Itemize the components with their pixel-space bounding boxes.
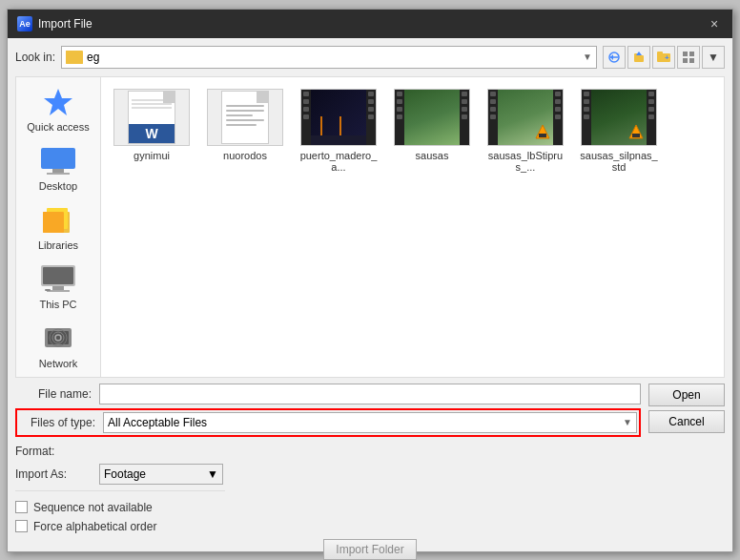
files-of-type-label: Files of type:	[19, 416, 95, 429]
list-item[interactable]: sausas	[389, 85, 475, 176]
format-label: Format:	[15, 445, 54, 458]
format-section: Format:	[15, 441, 725, 460]
svg-text:+: +	[665, 53, 669, 62]
svg-rect-5	[634, 55, 644, 62]
back-button[interactable]	[603, 46, 626, 69]
file-name: puerto_madero_a...	[299, 150, 378, 173]
lower-bottom: Import Folder	[15, 539, 725, 560]
files-of-type-select[interactable]: All Acceptable Files ▼	[103, 412, 637, 433]
file-thumbnail	[487, 89, 564, 146]
dialog-body: Look in: eg ▼ +	[8, 38, 732, 561]
dialog: Ae Import File × Look in: eg ▼	[7, 9, 733, 552]
force-alpha-label: Force alphabetical order	[33, 520, 156, 533]
sequence-checkbox-row: Sequence not available	[15, 501, 725, 514]
top-bar: Look in: eg ▼ +	[15, 46, 725, 69]
svg-rect-16	[41, 148, 75, 169]
svg-rect-35	[632, 134, 640, 137]
view-dropdown-button[interactable]: ▼	[702, 46, 725, 69]
libraries-label: Libraries	[38, 239, 78, 251]
separator	[15, 490, 225, 491]
file-name-row: File name:	[15, 384, 641, 404]
svg-rect-24	[52, 286, 64, 290]
svg-rect-26	[45, 289, 51, 291]
list-item[interactable]: sausas_silpnas_std	[576, 85, 662, 176]
dialog-title: Import File	[38, 17, 92, 31]
import-as-select[interactable]: Footage ▼	[99, 464, 223, 485]
look-in-label: Look in:	[15, 51, 55, 64]
file-name: sausas_silpnas_std	[580, 150, 658, 173]
svg-rect-13	[683, 58, 688, 63]
import-folder-button[interactable]: Import Folder	[323, 539, 416, 560]
toolbar-buttons: + ▼	[603, 46, 725, 69]
bottom-area: File name: Files of type: All Acceptable…	[15, 378, 725, 560]
list-item[interactable]: nuorodos	[202, 85, 288, 176]
cancel-button[interactable]: Cancel	[648, 410, 725, 433]
create-folder-button[interactable]: +	[652, 46, 675, 69]
files-of-type-row: Files of type: All Acceptable Files ▼	[15, 408, 641, 437]
svg-marker-15	[44, 89, 72, 115]
thispc-icon	[39, 262, 77, 297]
network-icon	[39, 321, 77, 356]
sequence-checkbox[interactable]	[15, 501, 28, 513]
file-area: W gynimui	[101, 76, 725, 378]
import-as-dropdown-arrow: ▼	[207, 467, 218, 481]
sidebar-item-this-pc[interactable]: This PC	[20, 259, 96, 314]
quick-access-label: Quick access	[27, 121, 89, 133]
form-fields: File name: Files of type: All Acceptable…	[15, 384, 641, 441]
svg-rect-23	[43, 267, 73, 284]
look-in-value: eg	[87, 51, 579, 64]
sidebar: Quick access Desktop	[15, 76, 101, 378]
file-thumbnail	[300, 89, 377, 146]
svg-rect-21	[43, 212, 64, 233]
files-of-type-value: All Acceptable Files	[108, 416, 623, 429]
svg-rect-12	[689, 52, 694, 56]
file-thumbnail	[581, 89, 657, 146]
file-name-input[interactable]	[99, 384, 641, 404]
look-in-dropdown-arrow: ▼	[583, 52, 592, 62]
file-name-label: File name:	[15, 387, 92, 401]
list-item[interactable]: puerto_madero_a...	[296, 85, 381, 176]
import-as-value: Footage	[104, 467, 146, 481]
list-item[interactable]: sausas_lbStiprus_...	[483, 85, 568, 176]
lower-section: Format: Import As: Footage ▼ Sequence no…	[15, 441, 725, 560]
close-button[interactable]: ×	[706, 15, 723, 32]
title-bar: Ae Import File ×	[8, 10, 732, 38]
svg-rect-18	[47, 173, 70, 175]
main-area: Quick access Desktop	[15, 76, 725, 378]
file-name: gynimui	[134, 150, 170, 161]
sidebar-item-network[interactable]: Network	[20, 318, 96, 373]
bottom-form: File name: Files of type: All Acceptable…	[15, 384, 725, 441]
file-thumbnail	[207, 89, 283, 146]
sidebar-item-quick-access[interactable]: Quick access	[20, 81, 96, 136]
file-name: sausas_lbStiprus_...	[486, 150, 565, 173]
file-name: sausas	[416, 150, 449, 161]
file-name: nuorodos	[223, 150, 267, 161]
desktop-icon	[39, 144, 77, 178]
force-alpha-checkbox-row: Force alphabetical order	[15, 520, 725, 533]
import-as-section: Import As: Footage ▼	[15, 464, 725, 485]
up-button[interactable]	[627, 46, 650, 69]
network-label: Network	[39, 358, 77, 369]
import-as-label: Import As:	[15, 467, 92, 481]
app-icon: Ae	[17, 16, 32, 31]
files-of-type-dropdown-arrow: ▼	[623, 417, 632, 427]
svg-rect-9	[657, 52, 663, 55]
svg-rect-14	[689, 58, 694, 63]
svg-rect-11	[683, 52, 688, 56]
sidebar-item-libraries[interactable]: Libraries	[20, 199, 96, 255]
desktop-label: Desktop	[39, 180, 77, 192]
libraries-icon	[39, 203, 77, 238]
button-column: Open Cancel	[648, 384, 725, 441]
file-thumbnail	[394, 89, 470, 146]
file-thumbnail: W	[113, 89, 190, 146]
look-in-select[interactable]: eg ▼	[61, 46, 597, 69]
force-alpha-checkbox[interactable]	[15, 520, 28, 532]
title-bar-left: Ae Import File	[17, 16, 92, 31]
sidebar-item-desktop[interactable]: Desktop	[20, 140, 96, 196]
list-item[interactable]: W gynimui	[109, 85, 195, 176]
svg-rect-1	[66, 51, 73, 54]
open-button[interactable]: Open	[648, 384, 725, 406]
sequence-label: Sequence not available	[33, 501, 153, 514]
quick-access-icon	[39, 85, 77, 119]
view-menu-button[interactable]	[677, 46, 700, 69]
